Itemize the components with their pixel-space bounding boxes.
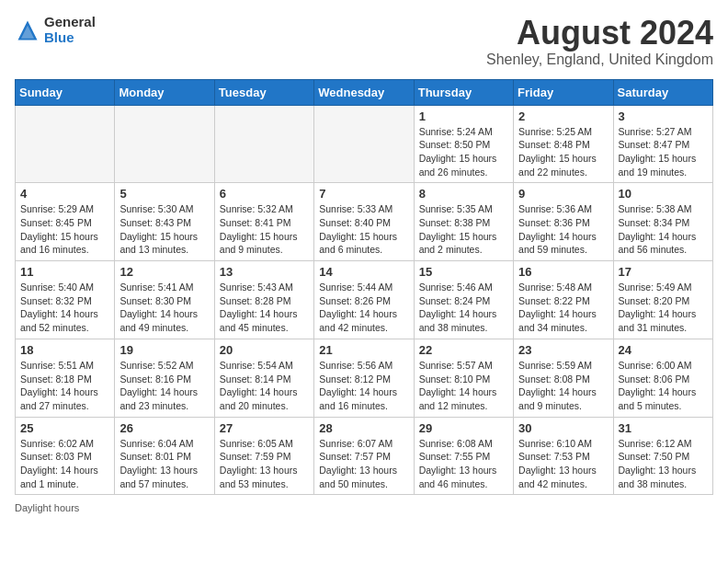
day-number: 18 [20,343,109,357]
calendar-day-cell: 11Sunrise: 5:40 AM Sunset: 8:32 PM Dayli… [16,261,115,339]
day-info: Sunrise: 5:43 AM Sunset: 8:28 PM Dayligh… [220,281,309,335]
day-number: 15 [419,265,508,279]
daylight-hours-label: Daylight hours [15,502,79,513]
day-info: Sunrise: 5:56 AM Sunset: 8:12 PM Dayligh… [319,359,408,413]
day-number: 27 [220,421,309,435]
day-number: 14 [319,265,408,279]
calendar-day-cell: 8Sunrise: 5:35 AM Sunset: 8:38 PM Daylig… [414,183,513,261]
calendar-day-cell: 30Sunrise: 6:10 AM Sunset: 7:53 PM Dayli… [514,417,613,495]
calendar-day-cell [16,105,115,183]
day-info: Sunrise: 6:10 AM Sunset: 7:53 PM Dayligh… [518,437,608,491]
day-info: Sunrise: 5:25 AM Sunset: 8:48 PM Dayligh… [518,125,608,179]
calendar-day-cell: 15Sunrise: 5:46 AM Sunset: 8:24 PM Dayli… [414,261,513,339]
calendar-day-cell: 6Sunrise: 5:32 AM Sunset: 8:41 PM Daylig… [214,183,313,261]
day-number: 5 [119,187,209,201]
day-number: 31 [619,421,708,435]
day-number: 29 [419,421,508,435]
day-of-week-header: Thursday [414,79,513,105]
calendar-day-cell: 25Sunrise: 6:02 AM Sunset: 8:03 PM Dayli… [16,417,115,495]
day-info: Sunrise: 6:12 AM Sunset: 7:50 PM Dayligh… [619,437,708,491]
day-info: Sunrise: 5:49 AM Sunset: 8:20 PM Dayligh… [619,281,708,335]
calendar-day-cell: 21Sunrise: 5:56 AM Sunset: 8:12 PM Dayli… [314,339,414,417]
day-info: Sunrise: 6:07 AM Sunset: 7:57 PM Dayligh… [319,437,408,491]
day-of-week-header: Tuesday [214,79,313,105]
day-info: Sunrise: 5:59 AM Sunset: 8:08 PM Dayligh… [518,359,608,413]
day-info: Sunrise: 6:00 AM Sunset: 8:06 PM Dayligh… [619,359,708,413]
calendar-day-cell [115,105,214,183]
day-of-week-header: Saturday [613,79,712,105]
day-number: 20 [220,343,309,357]
calendar-day-cell: 10Sunrise: 5:38 AM Sunset: 8:34 PM Dayli… [613,183,712,261]
calendar-day-cell: 19Sunrise: 5:52 AM Sunset: 8:16 PM Dayli… [115,339,214,417]
calendar-day-cell: 23Sunrise: 5:59 AM Sunset: 8:08 PM Dayli… [514,339,613,417]
calendar-day-cell [214,105,313,183]
day-number: 17 [619,265,708,279]
calendar-day-cell: 4Sunrise: 5:29 AM Sunset: 8:45 PM Daylig… [16,183,115,261]
day-number: 13 [220,265,309,279]
calendar-day-cell: 2Sunrise: 5:25 AM Sunset: 8:48 PM Daylig… [514,105,613,183]
calendar-week-row: 4Sunrise: 5:29 AM Sunset: 8:45 PM Daylig… [16,183,713,261]
day-info: Sunrise: 5:40 AM Sunset: 8:32 PM Dayligh… [20,281,109,335]
day-number: 30 [518,421,608,435]
day-info: Sunrise: 5:54 AM Sunset: 8:14 PM Dayligh… [220,359,309,413]
calendar-day-cell: 5Sunrise: 5:30 AM Sunset: 8:43 PM Daylig… [115,183,214,261]
day-number: 22 [419,343,508,357]
day-info: Sunrise: 6:04 AM Sunset: 8:01 PM Dayligh… [119,437,209,491]
day-info: Sunrise: 5:46 AM Sunset: 8:24 PM Dayligh… [419,281,508,335]
calendar-week-row: 1Sunrise: 5:24 AM Sunset: 8:50 PM Daylig… [16,105,713,183]
calendar-day-cell: 27Sunrise: 6:05 AM Sunset: 7:59 PM Dayli… [214,417,313,495]
month-year-title: August 2024 [486,15,713,52]
day-number: 11 [20,265,109,279]
calendar-day-cell: 9Sunrise: 5:36 AM Sunset: 8:36 PM Daylig… [514,183,613,261]
day-info: Sunrise: 5:41 AM Sunset: 8:30 PM Dayligh… [119,281,209,335]
day-info: Sunrise: 5:48 AM Sunset: 8:22 PM Dayligh… [518,281,608,335]
day-of-week-header: Wednesday [314,79,414,105]
day-of-week-header: Sunday [16,79,115,105]
day-number: 26 [119,421,209,435]
location-subtitle: Shenley, England, United Kingdom [486,52,713,68]
day-info: Sunrise: 5:27 AM Sunset: 8:47 PM Dayligh… [619,125,708,179]
calendar-day-cell: 7Sunrise: 5:33 AM Sunset: 8:40 PM Daylig… [314,183,414,261]
calendar-day-cell: 18Sunrise: 5:51 AM Sunset: 8:18 PM Dayli… [16,339,115,417]
day-info: Sunrise: 5:51 AM Sunset: 8:18 PM Dayligh… [20,359,109,413]
calendar-day-cell: 3Sunrise: 5:27 AM Sunset: 8:47 PM Daylig… [613,105,712,183]
day-number: 16 [518,265,608,279]
calendar-day-cell: 13Sunrise: 5:43 AM Sunset: 8:28 PM Dayli… [214,261,313,339]
calendar-day-cell: 31Sunrise: 6:12 AM Sunset: 7:50 PM Dayli… [613,417,712,495]
logo-blue-text: Blue [44,30,96,46]
day-number: 2 [518,109,608,123]
day-info: Sunrise: 5:29 AM Sunset: 8:45 PM Dayligh… [20,202,109,257]
day-number: 21 [319,343,408,357]
day-number: 3 [619,109,708,123]
calendar-table: SundayMondayTuesdayWednesdayThursdayFrid… [15,79,713,496]
day-info: Sunrise: 5:44 AM Sunset: 8:26 PM Dayligh… [319,281,408,335]
calendar-day-cell: 28Sunrise: 6:07 AM Sunset: 7:57 PM Dayli… [314,417,414,495]
day-info: Sunrise: 5:52 AM Sunset: 8:16 PM Dayligh… [119,359,209,413]
calendar-day-cell: 16Sunrise: 5:48 AM Sunset: 8:22 PM Dayli… [514,261,613,339]
calendar-week-row: 11Sunrise: 5:40 AM Sunset: 8:32 PM Dayli… [16,261,713,339]
day-info: Sunrise: 5:57 AM Sunset: 8:10 PM Dayligh… [419,359,508,413]
calendar-week-row: 25Sunrise: 6:02 AM Sunset: 8:03 PM Dayli… [16,417,713,495]
footer-note: Daylight hours [15,502,713,513]
calendar-day-cell: 1Sunrise: 5:24 AM Sunset: 8:50 PM Daylig… [414,105,513,183]
calendar-day-cell: 20Sunrise: 5:54 AM Sunset: 8:14 PM Dayli… [214,339,313,417]
day-info: Sunrise: 5:38 AM Sunset: 8:34 PM Dayligh… [619,202,708,257]
day-info: Sunrise: 5:32 AM Sunset: 8:41 PM Dayligh… [220,202,309,257]
calendar-day-cell: 24Sunrise: 6:00 AM Sunset: 8:06 PM Dayli… [613,339,712,417]
day-info: Sunrise: 5:36 AM Sunset: 8:36 PM Dayligh… [518,202,608,257]
day-number: 24 [619,343,708,357]
day-info: Sunrise: 6:08 AM Sunset: 7:55 PM Dayligh… [419,437,508,491]
logo-icon [15,17,40,43]
day-info: Sunrise: 5:33 AM Sunset: 8:40 PM Dayligh… [319,202,408,257]
day-number: 6 [220,187,309,201]
day-number: 28 [319,421,408,435]
page-header: General Blue August 2024 Shenley, Englan… [15,15,713,68]
calendar-day-cell: 17Sunrise: 5:49 AM Sunset: 8:20 PM Dayli… [613,261,712,339]
day-number: 19 [119,343,209,357]
logo-general-text: General [44,15,96,30]
day-info: Sunrise: 5:30 AM Sunset: 8:43 PM Dayligh… [119,202,209,257]
day-of-week-header: Friday [514,79,613,105]
day-info: Sunrise: 5:35 AM Sunset: 8:38 PM Dayligh… [419,202,508,257]
calendar-day-cell: 22Sunrise: 5:57 AM Sunset: 8:10 PM Dayli… [414,339,513,417]
logo: General Blue [15,15,96,45]
